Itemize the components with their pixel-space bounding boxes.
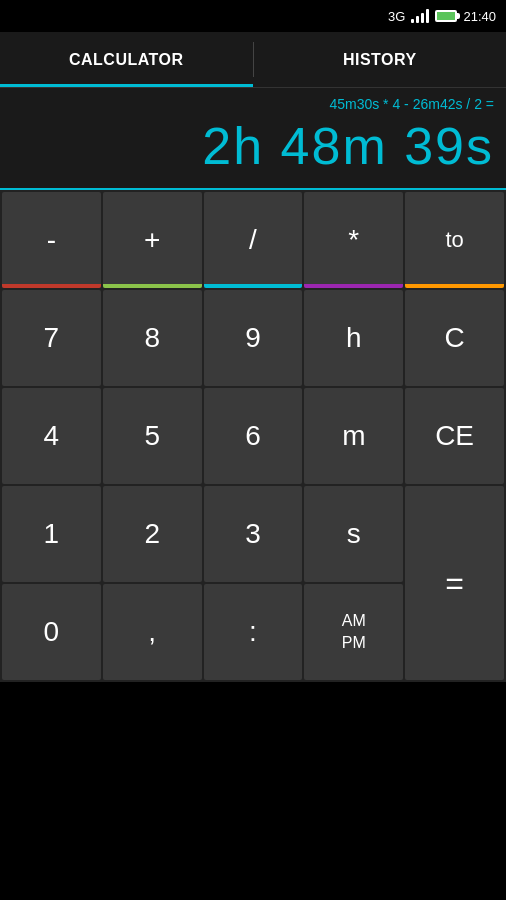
key-ce[interactable]: CE — [405, 388, 504, 484]
key-3[interactable]: 3 — [204, 486, 303, 582]
key-hours[interactable]: h — [304, 290, 403, 386]
key-ampm[interactable]: AM PM — [304, 584, 403, 680]
expression-display: 45m30s * 4 - 26m42s / 2 = — [12, 96, 494, 112]
key-5[interactable]: 5 — [103, 388, 202, 484]
keypad: - + / * to 7 8 9 h C 4 5 6 m — [0, 190, 506, 682]
display-area: 45m30s * 4 - 26m42s / 2 = 2h 48m 39s — [0, 88, 506, 190]
status-bar: 3G 21:40 — [0, 0, 506, 32]
key-minus[interactable]: - — [2, 192, 101, 288]
key-indicator-minus — [2, 284, 101, 288]
key-4[interactable]: 4 — [2, 388, 101, 484]
key-minutes[interactable]: m — [304, 388, 403, 484]
tab-history[interactable]: HISTORY — [254, 32, 507, 87]
key-multiply[interactable]: * — [304, 192, 403, 288]
key-7[interactable]: 7 — [2, 290, 101, 386]
key-plus[interactable]: + — [103, 192, 202, 288]
key-1[interactable]: 1 — [2, 486, 101, 582]
key-indicator-plus — [103, 284, 202, 288]
key-2[interactable]: 2 — [103, 486, 202, 582]
key-comma[interactable]: , — [103, 584, 202, 680]
key-to[interactable]: to — [405, 192, 504, 288]
key-equals[interactable]: = — [405, 486, 504, 680]
key-8[interactable]: 8 — [103, 290, 202, 386]
key-indicator-to — [405, 284, 504, 288]
key-clear[interactable]: C — [405, 290, 504, 386]
key-6[interactable]: 6 — [204, 388, 303, 484]
key-9[interactable]: 9 — [204, 290, 303, 386]
battery-icon — [435, 10, 457, 22]
key-indicator-divide — [204, 284, 303, 288]
tab-bar: CALCULATOR HISTORY — [0, 32, 506, 88]
signal-icon — [411, 9, 429, 23]
time-display: 21:40 — [463, 9, 496, 24]
result-display: 2h 48m 39s — [12, 116, 494, 176]
key-indicator-multiply — [304, 284, 403, 288]
network-indicator: 3G — [388, 9, 405, 24]
tab-calculator[interactable]: CALCULATOR — [0, 32, 253, 87]
key-colon[interactable]: : — [204, 584, 303, 680]
key-0[interactable]: 0 — [2, 584, 101, 680]
key-divide[interactable]: / — [204, 192, 303, 288]
key-seconds[interactable]: s — [304, 486, 403, 582]
